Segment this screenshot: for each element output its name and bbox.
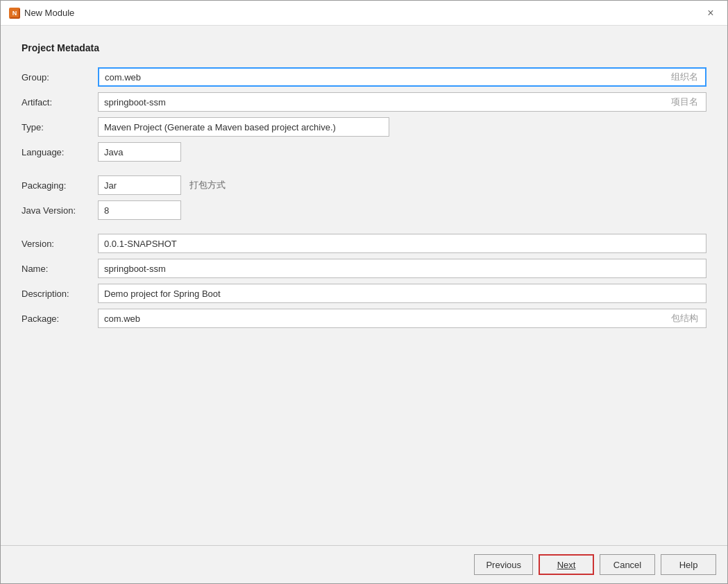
new-module-dialog: N New Module × Project Metadata Group: 组…	[0, 0, 728, 584]
java-version-label: Java Version:	[22, 201, 98, 220]
description-input[interactable]	[98, 284, 706, 303]
dialog-title: New Module	[24, 8, 74, 18]
type-select-wrap: Maven Project (Generate a Maven based pr…	[98, 114, 706, 139]
spacer-1	[22, 164, 98, 173]
version-label: Version:	[22, 234, 98, 253]
packaging-hint: 打包方式	[189, 179, 226, 191]
language-select[interactable]: Java Kotlin Groovy	[98, 142, 181, 162]
dialog-footer: Previous Next Cancel Help	[1, 545, 727, 583]
version-input[interactable]	[98, 234, 706, 253]
language-label: Language:	[22, 143, 98, 162]
package-input[interactable]	[98, 309, 706, 328]
dialog-content: Project Metadata Group: 组织名 Artifact: 项目…	[1, 26, 727, 545]
artifact-input[interactable]	[98, 92, 706, 112]
artifact-input-wrap: 项目名	[98, 89, 706, 114]
java-version-select[interactable]: 8 11 17 21	[98, 200, 181, 220]
packaging-select-wrap: Jar War 打包方式	[98, 173, 706, 198]
group-input[interactable]	[98, 67, 706, 87]
package-field-container: 包结构	[98, 309, 706, 328]
type-select-container: Maven Project (Generate a Maven based pr…	[98, 117, 706, 137]
java-version-select-wrap: 8 11 17 21	[98, 198, 706, 223]
group-label: Group:	[22, 68, 98, 87]
title-bar-left: N New Module	[9, 8, 74, 19]
cancel-button[interactable]: Cancel	[600, 554, 655, 575]
section-heading: Project Metadata	[22, 42, 706, 53]
form: Group: 组织名 Artifact: 项目名 Type:	[22, 65, 706, 331]
package-input-wrap: 包结构	[98, 306, 706, 331]
packaging-label: Packaging:	[22, 176, 98, 195]
help-button[interactable]: Help	[661, 554, 716, 575]
packaging-select[interactable]: Jar War	[98, 175, 181, 195]
description-input-wrap	[98, 281, 706, 306]
language-select-wrap: Java Kotlin Groovy	[98, 139, 706, 164]
name-input-wrap	[98, 256, 706, 281]
spacer-2	[98, 164, 706, 173]
group-input-wrap: 组织名	[98, 65, 706, 89]
type-select[interactable]: Maven Project (Generate a Maven based pr…	[98, 117, 389, 137]
title-bar: N New Module ×	[1, 1, 727, 26]
packaging-row: Jar War 打包方式	[98, 175, 706, 195]
previous-button[interactable]: Previous	[474, 554, 533, 575]
app-icon: N	[9, 8, 20, 19]
name-input[interactable]	[98, 259, 706, 278]
spacer-3	[22, 223, 98, 231]
language-select-container: Java Kotlin Groovy	[98, 142, 706, 162]
name-label: Name:	[22, 259, 98, 278]
type-label: Type:	[22, 118, 98, 137]
spacer-4	[98, 223, 706, 231]
artifact-label: Artifact:	[22, 93, 98, 112]
artifact-field-container: 项目名	[98, 92, 706, 112]
package-label: Package:	[22, 309, 98, 328]
close-button[interactable]: ×	[702, 5, 719, 22]
description-label: Description:	[22, 284, 98, 303]
svg-text:N: N	[12, 10, 17, 17]
next-button[interactable]: Next	[539, 554, 594, 575]
version-input-wrap	[98, 231, 706, 256]
group-field-container: 组织名	[98, 67, 706, 87]
